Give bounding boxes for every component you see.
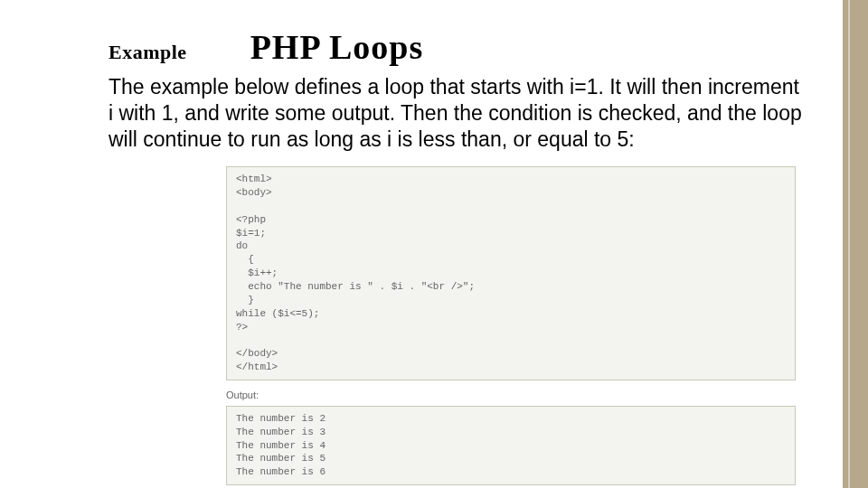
code-block: <html> <body> <?php $i=1; do { $i++; ech… [226,166,796,380]
example-label: Example [108,41,187,64]
output-block: The number is 2 The number is 3 The numb… [226,406,796,485]
slide-title: PHP Loops [250,27,424,67]
side-accent-inner-line [848,0,850,488]
title-row: Example PHP Loops [108,27,823,67]
slide-description: The example below defines a loop that st… [108,74,805,152]
slide-content: Example PHP Loops The example below defi… [108,27,823,485]
output-label: Output: [226,389,823,400]
side-accent-bar [843,0,868,488]
